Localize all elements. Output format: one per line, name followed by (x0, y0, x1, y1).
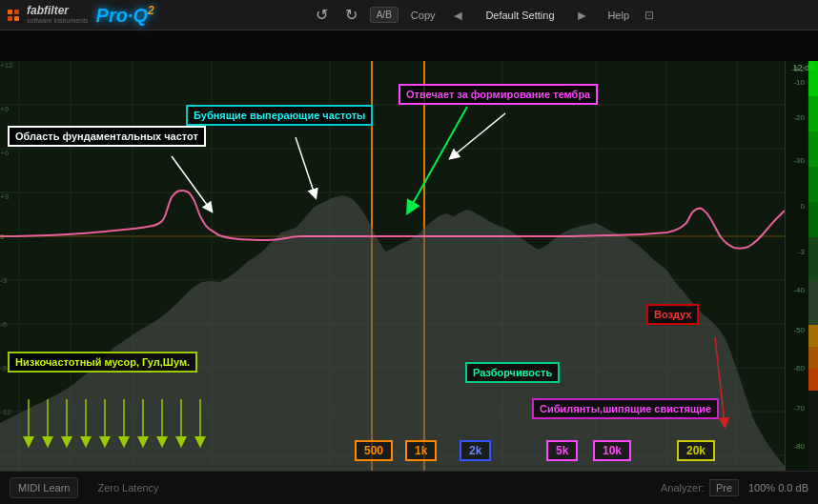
db-label-0: 0 (0, 232, 4, 241)
software-instruments-text: software instruments (27, 17, 89, 25)
db-30: -30 (793, 156, 805, 165)
copy-button[interactable]: Copy (406, 8, 440, 23)
logo-dot-1 (8, 10, 12, 14)
logo-dot-3 (8, 16, 12, 21)
eq-display-area[interactable]: Область фундаментальных частот Бубнящие … (0, 61, 818, 501)
product-version: 2 (148, 4, 154, 17)
gain-display: 100% 0.0 dB (748, 482, 808, 494)
db-0: 0 (801, 202, 805, 211)
meter-strip (808, 61, 818, 501)
logo-dot-4 (14, 16, 19, 21)
svg-line-22 (296, 137, 315, 194)
maximize-button[interactable]: ⊡ (644, 9, 654, 22)
undo-button[interactable]: ↺ (311, 4, 333, 26)
db-50: -50 (793, 326, 805, 334)
db-10: -10 (793, 78, 805, 87)
bottom-bar: MIDI Learn Zero Latency Analyzer: Pre 10… (0, 471, 818, 504)
preset-name[interactable]: Default Setting (476, 10, 563, 21)
eq-db-labels: +12 +9 +6 +3 0 -3 -6 -9 -12 (0, 61, 29, 475)
ab-button[interactable]: A/B (370, 7, 399, 23)
product-logo: Pro·Q2 (96, 4, 154, 27)
product-name: Pro·Q (96, 4, 148, 25)
redo-button[interactable]: ↻ (340, 4, 362, 26)
fabfilter-logo-text: fabfilter (27, 5, 87, 17)
db-label-neg3: -3 (0, 276, 7, 285)
freq-box-500[interactable]: 500 (355, 440, 393, 461)
db-label-9: +9 (0, 105, 9, 113)
db-60: -60 (793, 364, 805, 373)
db-label-neg12: -12 (0, 408, 11, 416)
db-40: -40 (793, 286, 805, 294)
analyzer-mode-button[interactable]: Pre (709, 479, 739, 496)
db-label-3: +3 (0, 192, 9, 201)
db-9-2: -9.2 (791, 65, 805, 73)
svg-line-35 (410, 107, 467, 209)
logo-dots (8, 10, 19, 21)
db-80: -80 (793, 442, 805, 451)
logo-area: fabfilter software instruments Pro·Q2 (8, 4, 154, 27)
db-label-6: +6 (0, 149, 9, 157)
db-20: -20 (793, 113, 805, 122)
help-button[interactable]: Help (607, 10, 629, 21)
zero-latency-label: Zero Latency (97, 482, 158, 494)
db-label-12: +12 (0, 61, 13, 70)
db-label-neg6: -6 (0, 320, 7, 329)
freq-box-2k[interactable]: 2k (460, 440, 491, 461)
eq-visualization (0, 61, 785, 501)
analyzer-label: Analyzer: (661, 482, 705, 494)
midi-learn-button[interactable]: MIDI Learn (10, 477, 78, 498)
header-controls: ↺ ↻ A/B Copy ◄ Default Setting ► Help ⊡ (311, 4, 654, 26)
freq-box-1k[interactable]: 1k (405, 440, 437, 461)
preset-next-button[interactable]: ► (572, 8, 593, 23)
svg-line-21 (172, 156, 210, 209)
preset-prev-button[interactable]: ◄ (448, 8, 469, 23)
freq-box-5k[interactable]: 5k (546, 440, 578, 461)
freq-box-10k[interactable]: 10k (593, 440, 631, 461)
header-bar: fabfilter software instruments Pro·Q2 ↺ … (0, 0, 818, 30)
db-scale-right: 12 dB -9.2 -10 -20 -30 0 -3 -40 -50 -60 … (785, 61, 818, 501)
db-70: -70 (793, 404, 805, 413)
db-label-neg9: -9 (0, 364, 7, 373)
freq-box-20k[interactable]: 20k (677, 440, 715, 461)
db-neg3: -3 (798, 248, 805, 256)
logo-dot-2 (14, 10, 19, 14)
